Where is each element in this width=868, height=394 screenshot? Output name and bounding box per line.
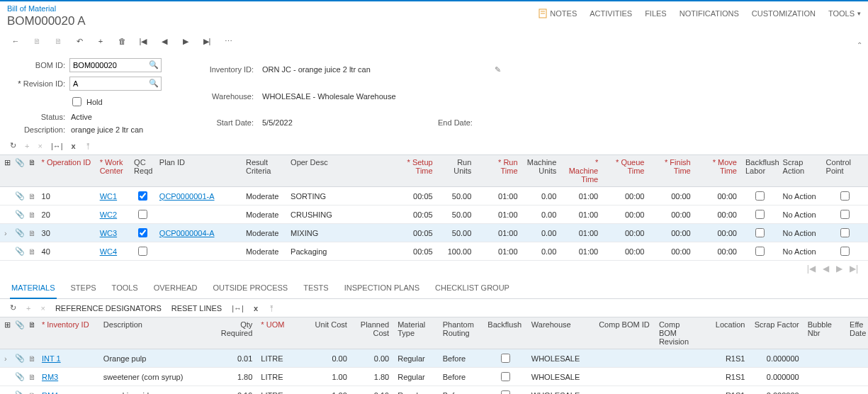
col-run-time[interactable]: Run Time (475, 155, 522, 187)
notes-button[interactable]: NOTES (539, 9, 577, 18)
col-unit-cost[interactable]: Unit Cost (299, 317, 351, 349)
export-icon[interactable]: x (72, 142, 76, 150)
col-uom[interactable]: UOM (257, 317, 298, 349)
page-first-icon[interactable]: |◀ (807, 264, 816, 274)
export-icon[interactable]: x (254, 304, 258, 313)
notifications-button[interactable]: NOTIFICATIONS (680, 9, 739, 18)
col-work-center[interactable]: Work Center (96, 155, 130, 187)
col-result-criteria[interactable]: Result Criteria (242, 155, 286, 187)
tab-steps[interactable]: STEPS (69, 279, 98, 298)
col-eff[interactable]: Effe Date (845, 317, 868, 349)
table-row[interactable]: › 📎🗎 INT 1Orange pulp 0.01LITRE 0.000.00… (0, 349, 868, 368)
col-warehouse[interactable]: Warehouse (527, 317, 594, 349)
col-plan-id[interactable]: Plan ID (155, 155, 242, 187)
table-row[interactable]: 📎🗎 RM3sweetener (corn syrup) 1.80LITRE 1… (0, 368, 868, 386)
backflush-checkbox[interactable] (755, 247, 765, 256)
fit-icon[interactable]: |↔| (51, 142, 63, 150)
col-setup-time[interactable]: Setup Time (390, 155, 436, 187)
backflush-checkbox[interactable] (755, 210, 765, 219)
col-bubble[interactable]: Bubble Nbr (804, 317, 845, 349)
col-qty[interactable]: Qty Required (204, 317, 257, 349)
col-description[interactable]: Description (99, 317, 204, 349)
next-icon[interactable]: ▶ (180, 35, 191, 47)
search-icon[interactable]: 🔍 (149, 79, 159, 88)
page-prev-icon[interactable]: ◀ (823, 264, 829, 274)
activities-button[interactable]: ACTIVITIES (590, 9, 632, 18)
delete-row-icon[interactable]: × (38, 142, 42, 150)
bom-id-input[interactable] (69, 58, 162, 72)
back-icon[interactable]: ← (10, 35, 21, 47)
more-icon[interactable]: ⋯ (222, 35, 234, 47)
refresh-icon[interactable]: ↻ (10, 141, 16, 150)
col-scrap-action[interactable]: Scrap Action (779, 155, 822, 187)
save-icon[interactable]: 🗎 (31, 35, 43, 47)
import-icon[interactable]: ⭱ (84, 142, 92, 150)
col-scrap[interactable]: Scrap Factor (749, 317, 803, 349)
qc-checkbox[interactable] (138, 210, 147, 219)
col-backflush-labor[interactable]: Backflush Labor (741, 155, 779, 187)
col-comp-rev[interactable]: Comp BOM Revision (655, 317, 698, 349)
search-icon[interactable]: 🔍 (149, 60, 159, 69)
col-operation-id[interactable]: Operation ID (38, 155, 96, 187)
control-point-checkbox[interactable] (840, 191, 850, 201)
col-comp-bom[interactable]: Comp BOM ID (594, 317, 655, 349)
hold-checkbox[interactable] (72, 97, 81, 106)
col-move-time[interactable]: Move Time (695, 155, 741, 187)
pencil-icon[interactable]: ✎ (495, 65, 551, 74)
page-last-icon[interactable]: ▶| (850, 264, 858, 274)
col-location[interactable]: Location (698, 317, 749, 349)
col-machine-time[interactable]: Machine Time (560, 155, 602, 187)
delete-row-icon[interactable]: × (40, 304, 45, 313)
col-control-point[interactable]: Control Point (822, 155, 868, 187)
control-point-checkbox[interactable] (840, 228, 850, 237)
reset-lines-button[interactable]: RESET LINES (171, 304, 222, 313)
collapse-icon[interactable]: ⌃ (857, 41, 862, 49)
backflush-checkbox[interactable] (501, 354, 510, 363)
table-row[interactable]: 📎🗎 10 WC1 QCP0000001-A ModerateSORTING 0… (0, 187, 868, 206)
fit-icon[interactable]: |↔| (232, 304, 244, 313)
qc-checkbox[interactable] (138, 191, 147, 201)
page-next-icon[interactable]: ▶ (836, 264, 842, 274)
refresh-icon[interactable]: ↻ (10, 303, 16, 313)
table-row[interactable]: 📎🗎 20 WC2 ModerateCRUSHING 00:0550.0001:… (0, 206, 868, 224)
tab-overhead[interactable]: OVERHEAD (152, 279, 199, 298)
tools-button[interactable]: TOOLS (828, 9, 861, 18)
col-material-type[interactable]: Material Type (393, 317, 439, 349)
qc-checkbox[interactable] (138, 247, 147, 256)
col-planned-cost[interactable]: Planned Cost (351, 317, 393, 349)
backflush-checkbox[interactable] (501, 372, 510, 381)
col-finish-time[interactable]: Finish Time (648, 155, 694, 187)
col-machine-units[interactable]: Machine Units (522, 155, 561, 187)
tab-inspection-plans[interactable]: INSPECTION PLANS (343, 279, 421, 298)
col-inventory-id[interactable]: Inventory ID (38, 317, 99, 349)
undo-icon[interactable]: ↶ (74, 35, 85, 47)
col-oper-desc[interactable]: Oper Desc (286, 155, 390, 187)
prev-icon[interactable]: ◀ (159, 35, 170, 47)
table-row[interactable]: 📎🗎 40 WC4 ModeratePackaging 00:05100.000… (0, 242, 868, 261)
add-icon[interactable]: + (95, 35, 106, 47)
table-row[interactable]: 📎🗎 RM4ascorbic acid 0.19LITRE 1.000.19 R… (0, 386, 868, 395)
import-icon[interactable]: ⭱ (268, 304, 276, 313)
tab-materials[interactable]: MATERIALS (10, 279, 57, 299)
col-backflush[interactable]: Backflush (483, 317, 526, 349)
tab-tools[interactable]: TOOLS (111, 279, 140, 298)
customization-button[interactable]: CUSTOMIZATION (752, 9, 816, 18)
col-run-units[interactable]: Run Units (437, 155, 476, 187)
table-row[interactable]: › 📎🗎 30 WC3 QCP0000004-A ModerateMIXING … (0, 224, 868, 242)
backflush-checkbox[interactable] (501, 390, 510, 394)
tab-checklist-group[interactable]: CHECKLIST GROUP (434, 279, 511, 298)
revision-id-input[interactable] (69, 77, 162, 91)
backflush-checkbox[interactable] (755, 191, 765, 201)
col-phantom[interactable]: Phantom Routing (439, 317, 484, 349)
qc-checkbox[interactable] (138, 228, 147, 237)
control-point-checkbox[interactable] (840, 247, 850, 256)
backflush-checkbox[interactable] (755, 228, 765, 237)
col-qc-reqd[interactable]: QC Reqd (130, 155, 155, 187)
last-icon[interactable]: ▶| (201, 35, 213, 47)
save-close-icon[interactable]: 🗎 (52, 35, 64, 47)
tab-outside-process[interactable]: OUTSIDE PROCESS (211, 279, 289, 298)
control-point-checkbox[interactable] (840, 210, 850, 219)
col-queue-time[interactable]: Queue Time (602, 155, 648, 187)
files-button[interactable]: FILES (645, 9, 667, 18)
first-icon[interactable]: |◀ (137, 35, 149, 47)
